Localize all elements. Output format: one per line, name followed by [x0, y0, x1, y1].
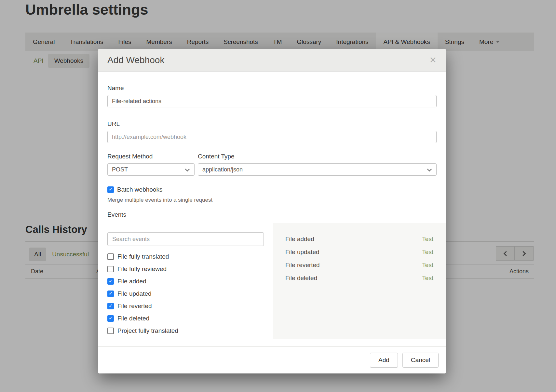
- modal-body: Name URL Request Method POST Co: [98, 72, 446, 346]
- batch-webhooks-checkbox[interactable]: [107, 186, 114, 193]
- event-option-label: File deleted: [117, 315, 149, 322]
- batch-webhooks-checkbox-row[interactable]: Batch webhooks: [107, 186, 437, 193]
- event-option-label: Project fully translated: [117, 327, 178, 334]
- event-option-label: File fully translated: [117, 253, 169, 260]
- event-option-row[interactable]: File deleted: [107, 315, 264, 322]
- event-checkbox[interactable]: [107, 291, 114, 297]
- event-option-row[interactable]: File fully reviewed: [107, 265, 264, 273]
- modal-title: Add Webhook: [107, 55, 164, 65]
- method-type-row: Request Method POST Content Type applica…: [107, 153, 437, 176]
- content-type-label: Content Type: [198, 153, 437, 160]
- selected-event-row: File deleted Test: [285, 275, 433, 282]
- request-method-label: Request Method: [107, 153, 195, 160]
- selected-event-row: File added Test: [285, 236, 433, 243]
- name-label: Name: [107, 85, 437, 92]
- event-option-row[interactable]: Project fully translated: [107, 327, 264, 334]
- selected-event-label: File added: [285, 236, 314, 243]
- batch-webhooks-help: Merge multiple events into a single requ…: [107, 197, 437, 203]
- selected-event-label: File reverted: [285, 262, 320, 269]
- chevron-down-icon: [185, 167, 190, 171]
- selected-events-panel: File added Test File updated Test File r…: [273, 223, 446, 339]
- test-link[interactable]: Test: [422, 236, 433, 243]
- events-options-panel: File fully translated File fully reviewe…: [98, 223, 273, 339]
- event-checkbox[interactable]: [107, 266, 114, 272]
- name-input[interactable]: [107, 95, 437, 107]
- selected-event-label: File updated: [285, 249, 319, 256]
- event-option-label: File updated: [117, 290, 152, 297]
- search-events-input[interactable]: [107, 232, 264, 246]
- url-label: URL: [107, 120, 437, 128]
- request-method-value: POST: [112, 166, 128, 173]
- events-section-label: Events: [107, 211, 437, 218]
- event-checkbox[interactable]: [107, 303, 114, 309]
- selected-event-label: File deleted: [285, 275, 317, 282]
- selected-event-row: File reverted Test: [285, 262, 433, 269]
- event-option-label: File added: [117, 278, 146, 285]
- selected-event-row: File updated Test: [285, 249, 433, 256]
- event-option-row[interactable]: File added: [107, 278, 264, 285]
- event-checkbox[interactable]: [107, 315, 114, 322]
- test-link[interactable]: Test: [422, 262, 433, 269]
- cancel-button[interactable]: Cancel: [402, 353, 439, 368]
- event-option-label: File reverted: [117, 303, 152, 310]
- test-link[interactable]: Test: [422, 275, 433, 282]
- content-type-select[interactable]: application/json: [198, 163, 437, 176]
- event-checkbox[interactable]: [107, 278, 114, 285]
- batch-webhooks-label: Batch webhooks: [117, 186, 162, 193]
- webhook-form: Name URL Request Method POST Co: [98, 72, 446, 218]
- test-link[interactable]: Test: [422, 249, 433, 256]
- modal-header: Add Webhook ✕: [98, 49, 446, 72]
- url-input[interactable]: [107, 131, 437, 143]
- event-checkbox[interactable]: [107, 253, 114, 260]
- events-panels: File fully translated File fully reviewe…: [98, 223, 446, 339]
- request-method-select[interactable]: POST: [107, 163, 195, 176]
- add-button[interactable]: Add: [370, 353, 398, 368]
- add-webhook-modal: Add Webhook ✕ Name URL Request Method PO…: [98, 49, 446, 373]
- event-option-row[interactable]: File updated: [107, 290, 264, 297]
- chevron-down-icon: [427, 167, 432, 171]
- event-option-label: File fully reviewed: [117, 265, 167, 273]
- content-type-value: application/json: [202, 166, 243, 173]
- event-checkbox[interactable]: [107, 328, 114, 334]
- event-option-row[interactable]: File reverted: [107, 303, 264, 310]
- modal-footer: Add Cancel: [98, 346, 446, 373]
- close-icon[interactable]: ✕: [429, 56, 437, 64]
- settings-page: Umbrella settings General Translations F…: [0, 0, 556, 392]
- event-option-row[interactable]: File fully translated: [107, 253, 264, 260]
